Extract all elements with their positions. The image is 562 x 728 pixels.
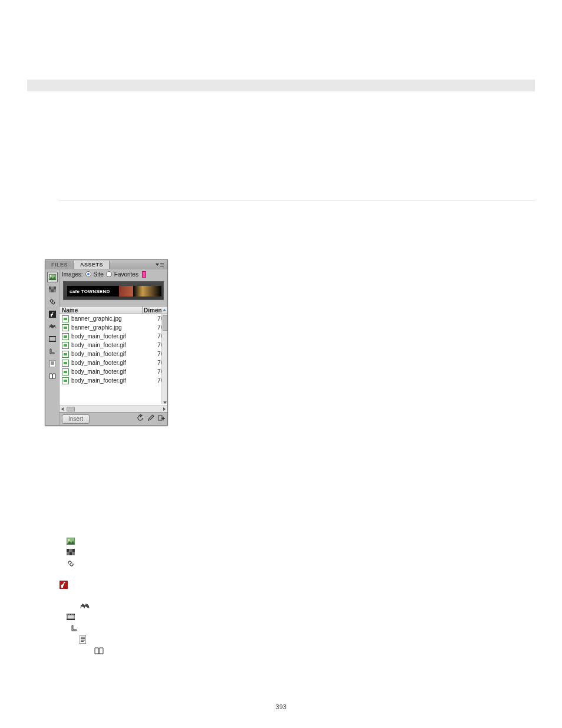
- svg-point-20: [68, 539, 70, 541]
- list-item-library: [94, 645, 104, 656]
- svg-point-1: [49, 275, 51, 276]
- col-header-name[interactable]: Name: [59, 307, 143, 314]
- panel-menu-button[interactable]: [152, 263, 167, 266]
- shockwave-icon: [80, 602, 90, 610]
- sidebar-images-icon[interactable]: [47, 272, 58, 282]
- svg-rect-30: [67, 619, 75, 621]
- category-sidebar: [45, 269, 59, 425]
- chapter-heading-bar: [27, 80, 535, 91]
- vertical-scrollbar[interactable]: [161, 314, 167, 404]
- image-file-icon: [62, 360, 69, 367]
- list-item-shockwave: [80, 600, 104, 611]
- svg-point-31: [67, 614, 68, 615]
- sort-ascending-icon: [163, 309, 166, 311]
- templates-icon: [78, 635, 87, 644]
- svg-rect-22: [70, 549, 72, 552]
- svg-point-34: [72, 614, 73, 615]
- svg-rect-10: [49, 336, 56, 337]
- movies-icon: [66, 613, 75, 621]
- table-row[interactable]: body_main_footer.gif700: [59, 376, 167, 385]
- svg-rect-26: [72, 552, 75, 556]
- tab-assets[interactable]: ASSETS: [74, 261, 110, 269]
- table-row[interactable]: body_main_footer.gif700: [59, 332, 167, 341]
- radio-favorites-label: Favorites: [114, 271, 138, 278]
- colors-icon: [66, 548, 75, 556]
- file-name: banner_graphic.jpg: [71, 324, 122, 331]
- sidebar-flash-icon[interactable]: [47, 309, 58, 319]
- list-item-images: [66, 535, 104, 546]
- asset-preview: cafe TOWNSEND: [63, 281, 164, 300]
- cell-name: body_main_footer.gif: [59, 351, 145, 358]
- cell-name: body_main_footer.gif: [59, 333, 145, 340]
- filter-row: Images: Site Favorites: [59, 269, 167, 279]
- refresh-icon[interactable]: [137, 414, 144, 423]
- list-item-scripts: [70, 622, 104, 634]
- file-name: body_main_footer.gif: [71, 368, 126, 375]
- table-row[interactable]: body_main_footer.gif700: [59, 350, 167, 358]
- svg-rect-35: [80, 635, 86, 644]
- cell-name: body_main_footer.gif: [59, 360, 145, 367]
- sidebar-scripts-icon[interactable]: [47, 346, 58, 357]
- image-file-icon: [62, 324, 69, 331]
- table-row[interactable]: body_main_footer.gif700: [59, 341, 167, 350]
- sidebar-library-icon[interactable]: [47, 371, 58, 381]
- radio-favorites[interactable]: [106, 271, 112, 277]
- add-favorite-icon[interactable]: [158, 414, 165, 423]
- file-name: body_main_footer.gif: [71, 333, 126, 340]
- cell-name: body_main_footer.gif: [59, 368, 145, 375]
- svg-rect-2: [49, 286, 51, 289]
- file-name: banner_graphic.jpg: [71, 315, 122, 322]
- image-file-icon: [62, 333, 69, 340]
- horizontal-scrollbar[interactable]: [59, 405, 167, 412]
- svg-rect-4: [54, 286, 56, 289]
- tab-files[interactable]: FILES: [45, 261, 74, 269]
- section-divider: [59, 200, 535, 201]
- table-row[interactable]: body_main_footer.gif700: [59, 358, 167, 367]
- col-header-dimen[interactable]: Dimen: [143, 307, 167, 314]
- file-name: body_main_footer.gif: [71, 377, 126, 384]
- assets-main-area: Images: Site Favorites cafe TOWNSEND Nam…: [59, 269, 167, 425]
- list-item-urls: [66, 558, 104, 569]
- list-item-colors: [66, 546, 104, 558]
- table-row[interactable]: body_main_footer.gif700: [59, 367, 167, 376]
- list-item-flash: [59, 579, 104, 590]
- category-icon-list: [66, 535, 104, 656]
- preview-banner-text: cafe TOWNSEND: [67, 289, 110, 294]
- svg-rect-24: [67, 552, 70, 556]
- file-name: body_main_footer.gif: [71, 360, 126, 366]
- svg-rect-16: [158, 416, 162, 420]
- sidebar-urls-icon[interactable]: [47, 297, 58, 307]
- sidebar-movies-icon[interactable]: [47, 334, 58, 344]
- images-icon: [66, 537, 75, 545]
- favorites-bookmark-icon: [142, 271, 146, 278]
- svg-rect-23: [72, 549, 75, 552]
- svg-rect-21: [67, 549, 70, 552]
- radio-site-label: Site: [94, 271, 104, 278]
- svg-rect-5: [49, 289, 51, 292]
- filter-label: Images:: [62, 271, 83, 278]
- insert-button[interactable]: Insert: [62, 414, 90, 424]
- library-icon: [94, 647, 104, 655]
- urls-icon: [66, 559, 75, 568]
- table-row[interactable]: banner_graphic.jpg700: [59, 323, 167, 332]
- svg-rect-3: [51, 286, 54, 289]
- preview-banner-image: cafe TOWNSEND: [67, 286, 161, 297]
- cell-name: banner_graphic.jpg: [59, 315, 145, 322]
- edit-icon[interactable]: [147, 414, 154, 423]
- image-file-icon: [62, 368, 69, 375]
- svg-rect-25: [70, 552, 72, 556]
- panel-tabs: FILES ASSETS: [45, 260, 167, 269]
- radio-site[interactable]: [85, 271, 91, 277]
- sidebar-templates-icon[interactable]: [47, 358, 58, 369]
- flash-icon: [59, 581, 68, 589]
- sidebar-colors-icon[interactable]: [47, 284, 58, 295]
- table-row[interactable]: banner_graphic.jpg700: [59, 314, 167, 323]
- asset-table-header: Name Dimen: [59, 306, 167, 314]
- cell-name: banner_graphic.jpg: [59, 324, 145, 331]
- sidebar-shockwave-icon[interactable]: [47, 321, 58, 332]
- image-file-icon: [62, 315, 69, 322]
- panel-footer: Insert: [59, 412, 167, 425]
- image-file-icon: [62, 351, 69, 358]
- svg-point-32: [69, 614, 70, 615]
- asset-table-body: banner_graphic.jpg700banner_graphic.jpg7…: [59, 314, 167, 412]
